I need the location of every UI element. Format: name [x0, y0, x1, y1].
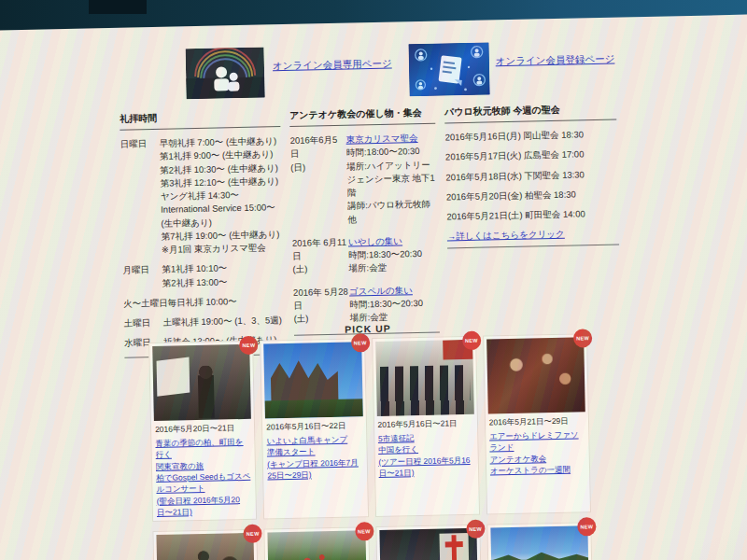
- card-caption-link[interactable]: いよいよ白馬キャンプ 準備スタート (キャンプ日程 2016年7月25日〜29日…: [266, 433, 362, 481]
- pickup-card-valley[interactable]: NEW: [264, 526, 371, 560]
- event-body: ゴスペルの集い 時間:18:30〜20:30 場所:会堂: [349, 283, 440, 325]
- register-page-link[interactable]: オンライン会員登録ページ: [496, 53, 615, 69]
- worship-row-sunday: 日曜日 早朝礼拝 7:00〜 (生中継あり) 第1礼拝 9:00〜 (生中継あり…: [120, 134, 284, 258]
- new-badge-icon: NEW: [239, 336, 258, 355]
- card-photo-classroom[interactable]: [156, 533, 254, 560]
- card-photo-orchestra[interactable]: [486, 337, 585, 413]
- top-banner-links: オンライン会員専用ページ: [186, 40, 615, 100]
- pastor-schedule-line: 2016年5月16日(月) 岡山聖会 18:30: [444, 128, 616, 145]
- event-detail: 時間:18:00〜20:30 場所:ハイアットリージェンシー東京 地下1階 講師…: [346, 145, 438, 226]
- member-page-banner-image[interactable]: [186, 47, 265, 99]
- worship-row-monday: 月曜日 第1礼拝 10:10〜 第2礼拝 13:00〜: [122, 260, 284, 290]
- new-badge-icon: NEW: [355, 522, 374, 540]
- pastor-schedule-line: 2016年5月21日(土) 町田聖会 14:00: [446, 207, 618, 224]
- card-photo-suits[interactable]: [375, 340, 474, 416]
- pickup-card-church-cross[interactable]: NEW 2016年5月21日〜29日: [375, 525, 482, 560]
- section-divider: [447, 244, 619, 248]
- pickup-card-classroom[interactable]: NEW: [152, 529, 259, 560]
- new-badge-icon: NEW: [466, 520, 485, 539]
- pastor-schedule-title: パウロ秋元牧師 今週の聖会: [444, 102, 616, 124]
- new-badge-icon: NEW: [462, 331, 481, 350]
- pastor-schedule-section: パウロ秋元牧師 今週の聖会 2016年5月16日(月) 岡山聖会 18:30 2…: [444, 102, 619, 248]
- card-caption-link[interactable]: エアーからドレミファソランド アンテオケ教会 オーケストラの一週間: [489, 428, 585, 476]
- card-photo-valley[interactable]: [268, 530, 366, 560]
- worship-times-section: 礼拝時間 日曜日 早朝礼拝 7:00〜 (生中継あり) 第1礼拝 9:00〜 (…: [120, 108, 294, 357]
- card-date: 2016年5月16日〜21日: [377, 418, 472, 431]
- pickup-card-chugoku-tour[interactable]: NEW 2016年5月16日〜21日 5市遠征記 中国を行く (ツアー日程 20…: [372, 336, 480, 517]
- rainbow-people-icon: [186, 47, 265, 99]
- pastor-schedule-line: 2016年5月20日(金) 柏聖会 18:30: [446, 187, 618, 203]
- pickup-card-orchestra[interactable]: NEW 2016年5月21日〜29日 エアーからドレミファソランド アンテオケ教…: [483, 333, 591, 514]
- pickup-card-grid: NEW 2016年5月20日〜21日 青葉の季節の柏、町田を行く 関東宣教の旅 …: [148, 333, 593, 560]
- event-detail: 時間:18:30〜20:30 場所:会堂: [349, 296, 440, 325]
- pastor-schedule-more-link[interactable]: →詳しくはこちらをクリック: [447, 229, 565, 242]
- card-photo-church-cross[interactable]: [379, 528, 477, 560]
- monitor-top-object: [89, 0, 147, 14]
- pastor-schedule-line: 2016年5月18日(水) 下関聖会 13:30: [445, 167, 617, 184]
- new-badge-icon: NEW: [350, 333, 369, 352]
- pastor-schedule-line: 2016年5月17日(火) 広島聖会 17:00: [445, 147, 617, 164]
- event-date: 2016年 5月28日 (土): [293, 285, 350, 326]
- worship-detail: 第1礼拝 10:10〜 第2礼拝 13:00〜: [162, 260, 284, 289]
- worship-row-weekdays: 火〜土曜日毎日礼拝 10:00〜: [123, 294, 284, 311]
- document-network-icon: [408, 42, 489, 96]
- worship-detail: 早朝礼拝 7:00〜 (生中継あり) 第1礼拝 9:00〜 (生中継あり) 第2…: [160, 134, 284, 257]
- register-banner-group: オンライン会員登録ページ: [408, 40, 615, 95]
- register-page-banner-image[interactable]: [408, 42, 487, 94]
- event-date: 2016年6月5日 (日): [289, 133, 347, 228]
- event-item: 2016年 6月11日 (土) いやしの集い 時間:18:30〜20:30 場所…: [292, 233, 439, 276]
- church-events-title: アンテオケ教会の催し物・集会: [289, 105, 435, 127]
- new-badge-icon: NEW: [577, 517, 596, 536]
- pickup-card-kanto-mission[interactable]: NEW 2016年5月20日〜21日 青葉の季節の柏、町田を行く 関東宣教の旅 …: [148, 341, 257, 522]
- card-caption-link[interactable]: 5市遠征記 中国を行く (ツアー日程 2016年5月16日〜21日): [378, 431, 474, 479]
- card-photo-mountains[interactable]: [490, 526, 588, 560]
- event-body: いやしの集い 時間:18:30〜20:30 場所:会堂: [348, 233, 439, 275]
- pickup-card-hakuba-recruit[interactable]: NEW さわやかな風の中 夏の白馬キャンプ募集開始: [486, 522, 593, 560]
- worship-day: 日曜日: [120, 137, 162, 258]
- card-photo-hotel[interactable]: [263, 342, 362, 418]
- worship-times-title: 礼拝時間: [120, 108, 280, 131]
- event-item: 2016年 5月28日 (土) ゴスペルの集い 時間:18:30〜20:30 場…: [293, 283, 440, 326]
- worship-day: 月曜日: [122, 263, 162, 290]
- member-banner-group: オンライン会員専用ページ: [186, 45, 393, 100]
- card-photo-speaker[interactable]: [152, 344, 251, 421]
- pickup-card-hakuba-prep[interactable]: NEW 2016年5月16日〜22日 いよいよ白馬キャンプ 準備スタート (キャ…: [260, 338, 368, 519]
- card-caption-link[interactable]: 青葉の季節の柏、町田を行く 関東宣教の旅 柏でGospel Seedもゴスペルコ…: [155, 436, 252, 518]
- browser-page: オンライン会員専用ページ: [0, 14, 747, 560]
- event-link-gospel-gathering[interactable]: ゴスペルの集い: [349, 285, 413, 296]
- event-date: 2016年 6月11日 (土): [292, 235, 349, 276]
- event-link-tokyo-charisma[interactable]: 東京カリスマ聖会: [345, 133, 417, 145]
- church-events-section: アンテオケ教会の催し物・集会 2016年6月5日 (日) 東京カリスマ聖会 時間…: [289, 105, 449, 336]
- event-item: 2016年6月5日 (日) 東京カリスマ聖会 時間:18:00〜20:30 場所…: [289, 132, 437, 228]
- card-date: 2016年5月20日〜21日: [155, 423, 250, 436]
- card-date: 2016年5月21日〜29日: [489, 415, 585, 428]
- event-body: 東京カリスマ聖会 時間:18:00〜20:30 場所:ハイアットリージェンシー東…: [345, 132, 437, 227]
- member-page-link[interactable]: オンライン会員専用ページ: [273, 58, 392, 74]
- new-badge-icon: NEW: [243, 525, 261, 543]
- event-link-healing-gathering[interactable]: いやしの集い: [348, 235, 402, 246]
- card-date: 2016年5月16日〜22日: [266, 420, 361, 433]
- event-detail: 時間:18:30〜20:30 場所:会堂: [348, 247, 439, 276]
